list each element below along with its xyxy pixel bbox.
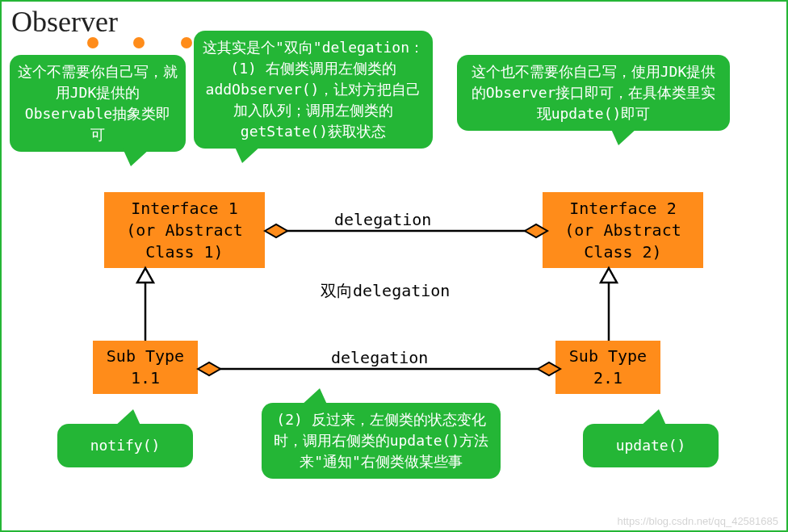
svg-marker-9 [601,268,617,283]
callout-text: 这个不需要你自己写，就用JDK提供的Observable抽象类即可 [18,63,178,143]
callout-observable: 这个不需要你自己写，就用JDK提供的Observable抽象类即可 [10,55,186,152]
uml-sub-1: Sub Type 1.1 [93,341,198,394]
callout-update: update() [583,424,719,467]
callout-observer: 这个也不需要你自己写，使用JDK提供的Observer接口即可，在具体类里实现u… [457,55,730,131]
page-title: Observer [11,5,118,39]
callout-bidirectional-1: 这其实是个"双向"delegation：(1) 右侧类调用左侧类的addObse… [194,31,433,149]
uml-interface-1: Interface 1 (or Abstract Class 1) [104,192,265,268]
callout-tail-icon [114,409,141,427]
label-delegation-bottom: delegation [331,348,428,367]
label-delegation-mid: 双向delegation [321,280,450,302]
callout-tail-icon [123,149,150,166]
watermark: https://blog.csdn.net/qq_42581685 [618,515,779,527]
decorative-dot [181,37,192,48]
decorative-dot [133,37,145,48]
callout-text: update() [616,437,686,454]
callout-tail-icon [234,145,262,163]
uml-interface-2: Interface 2 (or Abstract Class 2) [543,192,703,268]
label-delegation-top: delegation [334,210,431,229]
callout-text: 这个也不需要你自己写，使用JDK提供的Observer接口即可，在具体类里实现u… [472,63,716,122]
svg-marker-1 [265,224,287,237]
svg-marker-4 [198,362,220,375]
callout-text: (2) 反过来，左侧类的状态变化时，调用右侧类的update()方法来"通知"右… [274,411,489,470]
callout-notify: notify() [57,424,193,467]
callout-text: 这其实是个"双向"delegation：(1) 右侧类调用左侧类的addObse… [203,39,424,140]
diagram-stage: Observer 这个不需要你自己写，就用JDK提供的Observable抽象类… [0,0,788,532]
decorative-dot [87,37,98,48]
callout-tail-icon [639,409,667,427]
callout-bidirectional-2: (2) 反过来，左侧类的状态变化时，调用右侧类的update()方法来"通知"右… [262,403,501,479]
uml-sub-2: Sub Type 2.1 [555,341,660,394]
callout-tail-icon [300,388,328,406]
callout-text: notify() [90,437,161,454]
callout-tail-icon [610,128,638,145]
svg-marker-7 [137,268,153,283]
